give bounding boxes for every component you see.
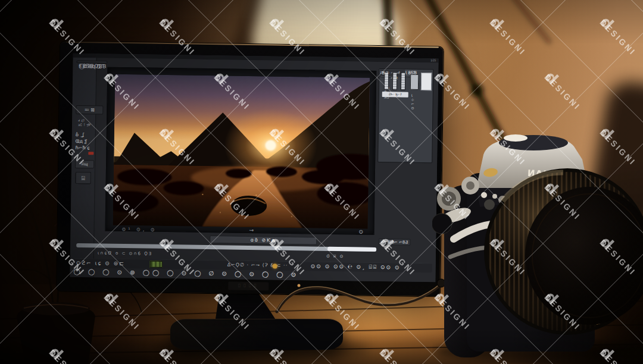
tool-button: ⌸ xyxy=(76,172,91,184)
monitor: ⌷⌷⌷⌷ 1ū5 ◯ Ɓ 0Ɓ ⌶Ƨ ⊖ ɬɜƼ ɋ ΣƁ ∷⊜ Ǝ Ƹ ≕ ⊠… xyxy=(57,42,444,297)
small-icon-row: ɩ∩ɕƠ o ⊂ ⊙∩6 ǪƎ xyxy=(98,250,152,256)
tool-row: ∷⊜ Ǝ Ƹ xyxy=(79,62,101,71)
channel-bar xyxy=(401,73,405,90)
channel-thumb-bright xyxy=(421,73,432,90)
selected-field: Ƨɬ⌐ ɮ⌐ʔ xyxy=(382,92,408,98)
monitor-screen: 1ū5 ◯ Ɓ 0Ɓ ⌶Ƨ ⊖ ɬɜƼ ɋ ΣƁ ∷⊜ Ǝ Ƹ ≕ ⊠ ⅎ ɻ⁊… xyxy=(70,54,438,283)
red-accent-swatch xyxy=(88,152,93,155)
scrollbar-thumb xyxy=(327,247,376,252)
filmstrip-icons: ⊙⊙ ⊙ ⊙⊙ ℮ ⊙¸ ⌸⌸ ⊙⊙ ⊙ xyxy=(311,263,401,271)
small-icon-row: ⊙̈ ⌸ ⊙ xyxy=(326,254,344,259)
channel-thumb xyxy=(410,74,419,90)
tool-chip: ⌸ɰ xyxy=(75,160,94,168)
status-icons: ⊙¹ ⊙, ⊙ xyxy=(121,227,157,233)
photo-studio-scene: ⌷⌷⌷⌷ 1ū5 ◯ Ɓ 0Ɓ ⌶Ƨ ⊖ ɬɜƼ ɋ ΣƁ ∷⊜ Ǝ Ƹ ≕ ⊠… xyxy=(0,0,643,364)
sunset-landscape-photo xyxy=(113,74,370,229)
canvas-frame xyxy=(105,67,377,235)
zoom-status-readout: ɑɑ̃ ⊘Ƙɷ xyxy=(210,236,317,245)
corner-tag-text: 1ū5 xyxy=(430,58,436,62)
hotshoe-glint xyxy=(504,134,527,142)
filmstrip-thumbnail xyxy=(150,261,163,268)
gold-accent-dot xyxy=(273,264,277,269)
footer-label: Ɓ∅ xyxy=(382,71,388,76)
tool-sub-item: ≕ ⊠ xyxy=(76,105,103,115)
corner-shadow xyxy=(512,162,643,364)
panel-row-tail: Ɩ ⊹ ⌐ ⊙ xyxy=(411,93,414,110)
plant-pot xyxy=(17,308,95,364)
cable-glint xyxy=(298,284,301,287)
filmstrip-icons: ∆⌐Ǫ∅ · ⌐⊸ ⟨Ɂ & ⊂ ·· xyxy=(227,262,288,268)
footer-label: ⌐ Ɩ xyxy=(396,71,399,80)
filmstrip-icons: ⊙Ƨ⌐ ɩɕ ⊝ ⊜⊏ xyxy=(76,260,125,266)
status-numbers: ʜ⌐ 8ƃ⌐ ⌐8Ƌ xyxy=(379,239,410,246)
status-icon: ⊙ xyxy=(358,229,363,235)
status-icon: ⊸ xyxy=(249,227,254,233)
tool-options-panel: ◯ Ɓ 0Ɓ ⌶Ƨ ⊖ ɬɜƼ ɋ ΣƁ ∷⊜ Ǝ Ƹ xyxy=(76,61,107,64)
adjustments-panel: Ɓ ∅⊘⌐ 7ʧ⌂Ɩ 8ƼƁ ƠɔƑ¸ ⌐ Ɩ ∶Ƽɕ ⌂ ↑∧ ⊕ ⍋ ⌐∧ … xyxy=(377,68,433,163)
